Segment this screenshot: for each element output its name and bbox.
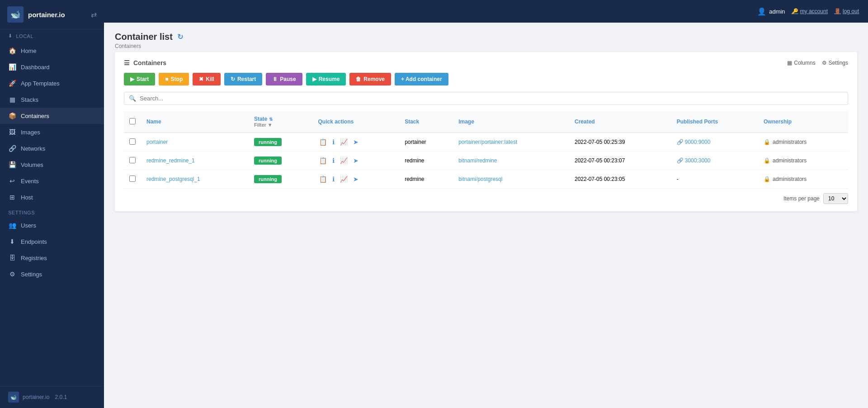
registries-icon: 🗄	[8, 254, 16, 261]
kill-button[interactable]: ✖ Kill	[193, 73, 221, 85]
sidebar-item-stacks[interactable]: ▦ Stacks	[0, 91, 104, 108]
port-link-1[interactable]: 🔗3000:3000	[677, 157, 753, 164]
stacks-icon: ▦	[8, 96, 16, 103]
columns-button[interactable]: ▦ Columns	[787, 60, 815, 66]
sidebar-item-networks[interactable]: 🔗 Networks	[0, 140, 104, 157]
containers-header-icon: ☰	[124, 59, 130, 66]
sidebar-item-home[interactable]: 🏠 Home	[0, 43, 104, 59]
row-ports-0: 🔗9000:9000	[671, 133, 758, 152]
ownership-label-2: administrators	[773, 176, 807, 182]
row-image-1: bitnami/redmine	[453, 152, 569, 170]
card-header: ☰ Containers ▦ Columns ⚙ Settings	[124, 59, 848, 66]
sidebar-item-registries[interactable]: 🗄 Registries	[0, 250, 104, 266]
search-icon: 🔍	[129, 95, 136, 102]
row-checkbox-cell	[124, 152, 141, 170]
logs-icon-1[interactable]: 📋	[318, 156, 328, 165]
row-created-2: 2022-07-05 00:23:05	[569, 170, 671, 189]
topbar-links: 🔑 my account 🚪 log out	[792, 8, 859, 14]
search-input[interactable]	[140, 95, 843, 102]
columns-icon: ▦	[787, 60, 792, 66]
row-quick-actions-0: 📋 ℹ 📈 ➤	[313, 133, 400, 152]
stats-icon-0[interactable]: 📈	[339, 138, 349, 147]
sidebar-item-volumes[interactable]: 💾 Volumes	[0, 157, 104, 173]
ownership-icon-2: 🔒	[764, 176, 770, 182]
col-name[interactable]: Name	[141, 111, 249, 133]
pause-button[interactable]: ⏸ Pause	[266, 73, 302, 85]
page-subtitle: Containers	[115, 43, 857, 49]
image-link-0[interactable]: portainer/portainer:latest	[458, 139, 517, 145]
row-ownership-0: 🔒 administrators	[758, 133, 848, 152]
sidebar-logo: 🐋 portainer.io ⇄	[0, 0, 104, 29]
table-header-row: Name State ⇅ Filter ▼	[124, 111, 848, 133]
sidebar-item-images[interactable]: 🖼 Images	[0, 124, 104, 140]
restart-button[interactable]: ↻ Restart	[224, 73, 262, 85]
state-filter[interactable]: Filter ▼	[254, 122, 307, 128]
logout-icon: 🚪	[834, 8, 841, 14]
sidebar-item-endpoints[interactable]: ⬇ Endpoints	[0, 233, 104, 250]
col-image[interactable]: Image	[453, 111, 569, 133]
exec-icon-2[interactable]: ➤	[352, 175, 359, 184]
col-stack[interactable]: Stack	[399, 111, 453, 133]
start-button[interactable]: ▶ Start	[124, 73, 155, 85]
row-checkbox-0[interactable]	[129, 138, 136, 145]
exec-icon-0[interactable]: ➤	[352, 138, 359, 147]
port-link-0[interactable]: 🔗9000:9000	[677, 139, 753, 145]
logs-icon-0[interactable]: 📋	[318, 138, 328, 147]
container-link-0[interactable]: portainer	[146, 139, 168, 145]
sidebar-item-events[interactable]: ↩ Events	[0, 173, 104, 189]
sidebar-item-containers[interactable]: 📦 Containers	[0, 108, 104, 124]
resume-button[interactable]: ▶ Resume	[306, 73, 346, 85]
image-link-2[interactable]: bitnami/postgresql	[458, 176, 502, 182]
filter-icon: ▼	[268, 122, 273, 128]
state-badge-1: running	[254, 157, 282, 165]
remove-button[interactable]: 🗑 Remove	[349, 73, 391, 85]
select-all-checkbox[interactable]	[129, 118, 136, 124]
stats-icon-1[interactable]: 📈	[339, 156, 349, 165]
refresh-icon[interactable]: ↻	[177, 33, 183, 41]
col-quick-actions: Quick actions	[313, 111, 400, 133]
inspect-icon-2[interactable]: ℹ	[331, 175, 335, 184]
my-account-link[interactable]: 🔑 my account	[792, 8, 828, 14]
app-templates-icon: 🚀	[8, 80, 16, 87]
containers-table: Name State ⇅ Filter ▼	[124, 111, 848, 189]
col-published-ports[interactable]: Published Ports	[671, 111, 758, 133]
row-checkbox-2[interactable]	[129, 176, 136, 182]
container-link-1[interactable]: redmine_redmine_1	[146, 157, 195, 164]
header-checkbox-cell	[124, 111, 141, 133]
card-header-left: ☰ Containers	[124, 59, 166, 66]
sidebar-item-users[interactable]: 👥 Users	[0, 217, 104, 233]
row-ports-1: 🔗3000:3000	[671, 152, 758, 170]
sidebar-item-host[interactable]: ⊞ Host	[0, 189, 104, 205]
container-link-2[interactable]: redmine_postgresql_1	[146, 176, 200, 182]
logs-icon-2[interactable]: 📋	[318, 175, 328, 184]
row-created-1: 2022-07-05 00:23:07	[569, 152, 671, 170]
exec-icon-1[interactable]: ➤	[352, 156, 359, 165]
add-container-button[interactable]: + Add container	[395, 73, 448, 85]
stop-button[interactable]: ■ Stop	[159, 73, 189, 85]
col-created[interactable]: Created	[569, 111, 671, 133]
containers-table-wrap: Name State ⇅ Filter ▼	[124, 111, 848, 189]
row-state-1: running	[249, 152, 313, 170]
col-ownership[interactable]: Ownership	[758, 111, 848, 133]
stats-icon-2[interactable]: 📈	[339, 175, 349, 184]
events-icon: ↩	[8, 177, 16, 185]
table-row: redmine_redmine_1 running 📋 ℹ 📈 ➤ redmin…	[124, 152, 848, 170]
sidebar-item-settings[interactable]: ⚙ Settings	[0, 266, 104, 282]
settings-button[interactable]: ⚙ Settings	[822, 60, 848, 66]
inspect-icon-1[interactable]: ℹ	[331, 156, 335, 165]
sidebar-item-dashboard[interactable]: 📊 Dashboard	[0, 59, 104, 75]
sidebar-item-app-templates[interactable]: 🚀 App Templates	[0, 75, 104, 91]
log-out-link[interactable]: 🚪 log out	[834, 8, 859, 14]
topbar-user: 👤 admin	[757, 7, 785, 16]
image-link-1[interactable]: bitnami/redmine	[458, 157, 497, 164]
inspect-icon-0[interactable]: ℹ	[331, 138, 335, 147]
transfer-icon[interactable]: ⇄	[91, 10, 97, 19]
col-state[interactable]: State ⇅ Filter ▼	[249, 111, 313, 133]
images-icon: 🖼	[8, 128, 16, 136]
topbar: 👤 admin 🔑 my account 🚪 log out	[104, 0, 868, 23]
sidebar-footer: 🐋 portainer.io 2.0.1	[0, 386, 104, 408]
items-per-page-select[interactable]: 102550100	[823, 193, 848, 204]
row-checkbox-1[interactable]	[129, 157, 136, 163]
restart-icon: ↻	[231, 76, 235, 82]
row-state-0: running	[249, 133, 313, 152]
